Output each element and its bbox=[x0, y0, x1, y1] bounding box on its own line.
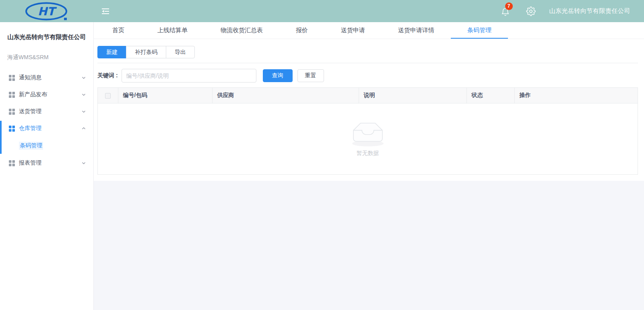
header-company-name[interactable]: 山东光岳转向节有限责任公司 bbox=[549, 7, 631, 15]
tab-logistics-receipt-summary[interactable]: 物流收货汇总表 bbox=[204, 22, 279, 39]
query-button[interactable]: 查询 bbox=[263, 69, 293, 82]
svg-text:HT: HT bbox=[37, 5, 57, 18]
tab-bar: 首页 上线结算单 物流收货汇总表 报价 送货申请 送货申请详情 条码管理 bbox=[94, 22, 644, 39]
notification-count-badge: 7 bbox=[505, 2, 513, 10]
search-row: 关键词 : 查询 重置 bbox=[97, 69, 638, 83]
page-background bbox=[94, 181, 644, 310]
column-header-status: 状态 bbox=[466, 88, 514, 103]
export-button[interactable]: 导出 bbox=[166, 46, 195, 58]
sidebar-item-delivery-management[interactable]: 送货管理 bbox=[0, 103, 93, 120]
chevron-up-icon bbox=[81, 126, 86, 131]
toolbar-button-group: 新建 补打条码 导出 bbox=[97, 46, 195, 58]
sidebar-item-new-product-release[interactable]: 新产品发布 bbox=[0, 86, 93, 103]
keyword-label: 关键词 : bbox=[97, 72, 118, 79]
reset-button[interactable]: 重置 bbox=[297, 69, 324, 82]
tab-delivery-request[interactable]: 送货申请 bbox=[324, 22, 382, 39]
system-name: 海通WMS&SRM bbox=[7, 54, 93, 61]
empty-state: 暂无数据 bbox=[98, 103, 638, 174]
column-header-code: 编号/包码 bbox=[118, 88, 212, 103]
app-header: HT 7 山东光岳转向节有限责任公司 bbox=[0, 0, 644, 22]
haitong-logo-icon: HT bbox=[23, 2, 71, 21]
chevron-down-icon bbox=[81, 92, 86, 97]
chevron-down-icon bbox=[81, 75, 86, 80]
grid-icon bbox=[9, 126, 15, 132]
tab-barcode-management[interactable]: 条码管理 bbox=[451, 22, 508, 39]
empty-box-icon bbox=[348, 121, 388, 147]
logo: HT bbox=[0, 2, 94, 21]
chevron-down-icon bbox=[81, 109, 86, 114]
table-header-row: 编号/包码 供应商 说明 状态 操作 bbox=[98, 88, 638, 103]
column-header-description: 说明 bbox=[359, 88, 466, 103]
sidebar-group-warehouse-management: 仓库管理 条码管理 bbox=[0, 120, 93, 155]
grid-icon bbox=[9, 92, 15, 98]
tab-home[interactable]: 首页 bbox=[96, 22, 141, 39]
grid-icon bbox=[9, 160, 15, 166]
new-button[interactable]: 新建 bbox=[97, 46, 126, 58]
sidebar: 山东光岳转向节有限责任公司 海通WMS&SRM 通知消息 新产品发布 bbox=[0, 22, 94, 310]
barcode-table: 编号/包码 供应商 说明 状态 操作 bbox=[97, 87, 638, 175]
grid-icon bbox=[9, 109, 15, 115]
grid-icon bbox=[9, 75, 15, 81]
column-header-actions: 操作 bbox=[514, 88, 638, 103]
sidebar-company-title: 山东光岳转向节有限责任公司 bbox=[2, 33, 91, 41]
reprint-barcode-button[interactable]: 补打条码 bbox=[126, 46, 166, 58]
sidebar-item-notifications[interactable]: 通知消息 bbox=[0, 69, 93, 86]
empty-text: 暂无数据 bbox=[357, 150, 379, 157]
tab-online-settlement[interactable]: 上线结算单 bbox=[141, 22, 204, 39]
sidebar-subitem-barcode-management[interactable]: 条码管理 bbox=[0, 137, 93, 155]
gear-icon bbox=[526, 6, 536, 16]
content-card: 新建 补打条码 导出 关键词 : 查询 重置 bbox=[94, 39, 644, 181]
select-all-checkbox[interactable] bbox=[105, 93, 111, 99]
menu-fold-icon[interactable] bbox=[101, 6, 111, 17]
column-header-supplier: 供应商 bbox=[212, 88, 359, 103]
sidebar-menu: 通知消息 新产品发布 送货管理 bbox=[0, 69, 93, 172]
sidebar-item-report-management[interactable]: 报表管理 bbox=[0, 155, 93, 172]
toolbar-divider bbox=[97, 63, 638, 63]
tab-delivery-request-details[interactable]: 送货申请详情 bbox=[382, 22, 451, 39]
sidebar-item-warehouse-management[interactable]: 仓库管理 bbox=[0, 120, 93, 137]
notification-bell-button[interactable]: 7 bbox=[500, 6, 511, 17]
keyword-input[interactable] bbox=[122, 69, 256, 83]
chevron-down-icon bbox=[81, 161, 86, 165]
tab-quotation[interactable]: 报价 bbox=[279, 22, 324, 39]
settings-gear-button[interactable] bbox=[526, 6, 536, 16]
